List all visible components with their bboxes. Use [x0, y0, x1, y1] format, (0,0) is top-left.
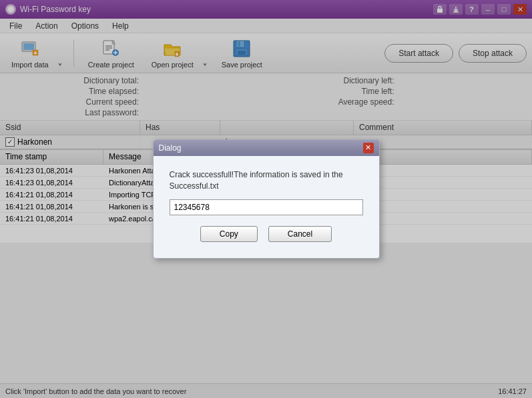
- dialog-message: Crack successfull!The information is sav…: [170, 169, 363, 192]
- dialog-close-button[interactable]: ✕: [363, 143, 374, 153]
- dialog-buttons: Copy Cancel: [170, 226, 363, 247]
- dialog-titlebar: Dialog ✕: [154, 140, 379, 156]
- dialog-body: Crack successfull!The information is sav…: [154, 156, 379, 259]
- copy-button[interactable]: Copy: [200, 226, 258, 242]
- dialog-password-input[interactable]: [170, 199, 363, 215]
- dialog-title: Dialog: [159, 143, 182, 153]
- dialog-overlay: Dialog ✕ Crack successfull!The informati…: [0, 0, 532, 398]
- cancel-button[interactable]: Cancel: [268, 226, 332, 242]
- dialog: Dialog ✕ Crack successfull!The informati…: [153, 139, 380, 259]
